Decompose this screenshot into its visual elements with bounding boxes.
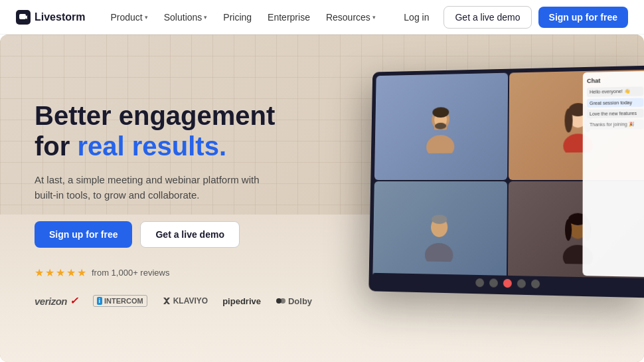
demo-button[interactable]: Get a live demo bbox=[443, 6, 531, 29]
chevron-down-icon: ▾ bbox=[372, 14, 376, 21]
hero-signup-button[interactable]: Sign up for free bbox=[35, 221, 132, 248]
star-4: ★ bbox=[66, 266, 76, 279]
star-5: ★ bbox=[77, 266, 86, 279]
chevron-down-icon: ▾ bbox=[204, 14, 207, 21]
logo[interactable]: Livestorm bbox=[16, 10, 85, 25]
hero-title: Better engagement for real results. bbox=[35, 100, 335, 161]
review-count: from 1,000+ reviews bbox=[92, 268, 169, 278]
nav-actions: Log in Get a live demo Sign up for free bbox=[396, 6, 628, 29]
end-call-button[interactable] bbox=[503, 278, 511, 287]
svg-rect-0 bbox=[19, 14, 26, 19]
star-2: ★ bbox=[45, 266, 54, 279]
logo-icon bbox=[16, 10, 31, 25]
partner-logos: verizon✓ i INTERCOM KLAVIYO pipedrive Do… bbox=[35, 295, 335, 307]
hero-content: Better engagement for real results. At l… bbox=[0, 35, 335, 362]
camera-button[interactable] bbox=[489, 278, 497, 287]
svg-point-2 bbox=[280, 298, 285, 304]
star-1: ★ bbox=[35, 266, 44, 279]
star-rating: ★ ★ ★ ★ ★ bbox=[35, 266, 86, 279]
logo-text: Livestorm bbox=[35, 11, 85, 23]
nav-pricing[interactable]: Pricing bbox=[216, 8, 258, 27]
hero-subtitle: At last, a simple meeting and webinar pl… bbox=[35, 172, 260, 203]
svg-point-20 bbox=[565, 219, 572, 240]
share-button[interactable] bbox=[517, 279, 525, 288]
hero-buttons: Sign up for free Get a live demo bbox=[35, 221, 335, 248]
login-button[interactable]: Log in bbox=[396, 8, 437, 27]
nav-enterprise[interactable]: Enterprise bbox=[261, 8, 317, 27]
klaviyo-logo: KLAVIYO bbox=[162, 296, 208, 306]
video-cell-1 bbox=[374, 73, 508, 180]
svg-point-12 bbox=[564, 108, 572, 132]
dolby-logo: Dolby bbox=[276, 296, 312, 306]
svg-point-14 bbox=[425, 242, 453, 262]
nav-resources[interactable]: Resources ▾ bbox=[319, 8, 382, 27]
star-3: ★ bbox=[56, 266, 65, 279]
more-options-button[interactable] bbox=[530, 279, 539, 288]
hero-mockup: Chat Hello everyone! 👋 Great session tod… bbox=[368, 66, 644, 298]
nav-solutions[interactable]: Solutions ▾ bbox=[157, 8, 214, 27]
pipedrive-logo: pipedrive bbox=[222, 296, 261, 306]
intercom-logo: i INTERCOM bbox=[93, 295, 147, 307]
navbar: Livestorm Product ▾ Solutions ▾ Pricing … bbox=[0, 0, 644, 35]
svg-point-5 bbox=[426, 135, 455, 153]
hero-demo-button[interactable]: Get a live demo bbox=[140, 221, 239, 248]
nav-product[interactable]: Product ▾ bbox=[104, 8, 154, 27]
verizon-logo: verizon✓ bbox=[35, 295, 78, 307]
hero-reviews: ★ ★ ★ ★ ★ from 1,000+ reviews bbox=[35, 266, 335, 279]
chevron-down-icon: ▾ bbox=[145, 14, 148, 21]
signup-button[interactable]: Sign up for free bbox=[538, 7, 628, 28]
mute-button[interactable] bbox=[475, 278, 484, 286]
hero-section: Better engagement for real results. At l… bbox=[0, 35, 644, 362]
nav-links: Product ▾ Solutions ▾ Pricing Enterprise… bbox=[104, 8, 396, 27]
chat-panel: Chat Hello everyone! 👋 Great session tod… bbox=[582, 71, 644, 277]
